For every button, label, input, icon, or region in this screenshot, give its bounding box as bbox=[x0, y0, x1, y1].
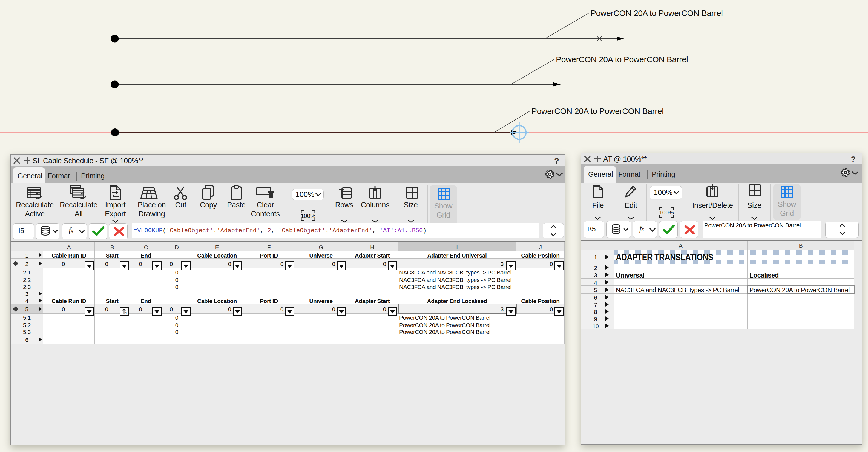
svg-text:100%: 100% bbox=[301, 213, 315, 219]
svg-text:PowerCON 20A to PowerCON Barre: PowerCON 20A to PowerCON Barrel bbox=[591, 8, 723, 18]
svg-text:1: 1 bbox=[125, 311, 127, 315]
svg-text:PowerCON 20A to PowerCON Barre: PowerCON 20A to PowerCON Barrel bbox=[531, 107, 664, 116]
svg-text:100%: 100% bbox=[659, 209, 674, 216]
svg-text:PowerCON 20A to PowerCON Barre: PowerCON 20A to PowerCON Barrel bbox=[556, 55, 688, 64]
